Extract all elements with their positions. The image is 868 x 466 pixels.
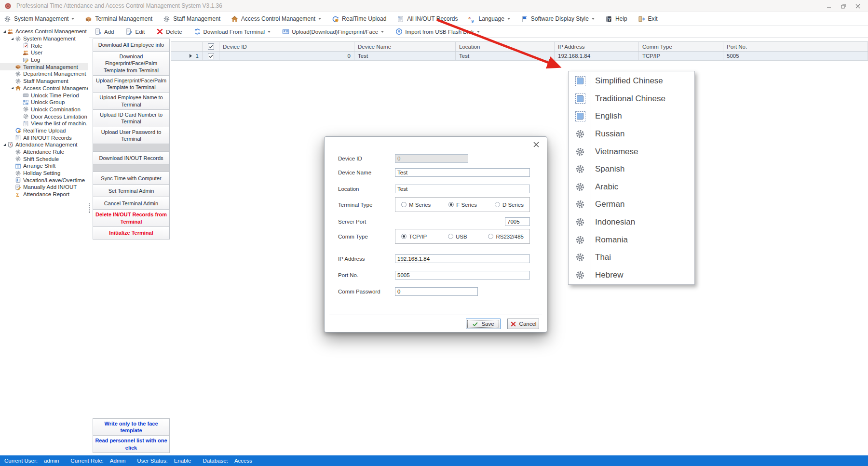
row-checkbox[interactable]: [208, 53, 214, 59]
tree-item-system-management[interactable]: System Management: [0, 35, 88, 42]
tree-item-manually-add-in-out[interactable]: Manually Add IN/OUT: [0, 184, 88, 191]
side-button-set-terminal-admin[interactable]: Set Terminal Admin: [93, 184, 170, 197]
splitter-handle[interactable]: [89, 203, 91, 213]
language-option-romania[interactable]: Romania: [569, 231, 694, 249]
toolbar-edit-button[interactable]: Edit: [125, 28, 145, 35]
column-header-indicator[interactable]: [171, 42, 203, 51]
menu-item-language[interactable]: agLanguage: [468, 15, 510, 23]
menu-item-software-display-style[interactable]: Software Display Style: [521, 15, 595, 23]
location-input[interactable]: [395, 185, 530, 193]
radio-f-series[interactable]: F Series: [448, 202, 477, 208]
tree-item-unlock-group[interactable]: Unlock Group: [0, 99, 88, 106]
language-option-arabic[interactable]: Arabic: [569, 178, 694, 196]
header-checkbox-cell[interactable]: [203, 42, 219, 51]
tree-item-role[interactable]: Role: [0, 42, 88, 49]
expand-arrow-icon[interactable]: [11, 87, 14, 89]
side-button-delete-in-out-records-from-terminal[interactable]: Delete IN/OUT Records from Terminal: [93, 209, 170, 227]
save-button[interactable]: Save: [466, 319, 501, 329]
side-button-sync-time-with-computer[interactable]: Sync Time with Computer: [93, 172, 170, 185]
close-button[interactable]: [851, 0, 865, 12]
side-button-download-fingerprint-face-palm-template-from-terminal[interactable]: Download Fingerprint/Face/Palm Template …: [93, 51, 170, 76]
select-all-checkbox[interactable]: [208, 43, 214, 50]
menu-item-realtime-upload[interactable]: RealTime Upload: [332, 15, 386, 23]
minimize-button[interactable]: [822, 0, 836, 12]
side-button-initialize-terminal[interactable]: Initialize Terminal: [93, 226, 170, 240]
language-option-spanish[interactable]: Spanish: [569, 160, 694, 178]
language-option-russian[interactable]: Russian: [569, 125, 694, 143]
menu-item-help[interactable]: ?Help: [605, 15, 627, 23]
toolbar-upload-download-fingerprint-face-button[interactable]: Upload(Download)Fingerprint/Face: [282, 28, 384, 35]
tree-item-unlock-combination[interactable]: Unlock Combination: [0, 106, 88, 113]
device-name-input[interactable]: [395, 168, 530, 177]
tree-item-terminal-management[interactable]: Terminal Management: [0, 63, 88, 70]
tree-item-realtime-upload[interactable]: RealTime Upload: [0, 127, 88, 134]
dialog-close-icon[interactable]: [532, 141, 540, 148]
row-checkbox-cell[interactable]: [203, 52, 219, 60]
language-option-vietnamese[interactable]: Vietnamese: [569, 143, 694, 160]
tree-item-view-the-list-of-machin[interactable]: View the list of machin...: [0, 120, 88, 127]
ip-address-input[interactable]: [395, 254, 530, 263]
tree-item-user[interactable]: User: [0, 49, 88, 56]
column-header-location[interactable]: Location: [456, 42, 555, 51]
side-button-write-only-to-the-face-template[interactable]: Write only to the face template: [93, 418, 170, 436]
tree-item-access-control-management[interactable]: Access Control Management: [0, 85, 88, 92]
side-button-upload-id-card-number-to-terminal[interactable]: Upload ID Card Number to Terminal: [93, 109, 170, 127]
language-option-indonesian[interactable]: Indonesian: [569, 213, 694, 231]
radio-usb[interactable]: USB: [448, 234, 467, 240]
column-header-device-id[interactable]: Device ID: [219, 42, 354, 51]
tree-item-unlock-time-period[interactable]: Unlock Time Period: [0, 92, 88, 99]
language-option-english[interactable]: English: [569, 107, 694, 125]
server-port-input[interactable]: [505, 217, 530, 226]
toolbar-download-from-terminal-button[interactable]: Download From Terminal: [194, 28, 271, 35]
cancel-button[interactable]: Cancel: [507, 319, 539, 329]
tree-item-shift-schedule[interactable]: Shift Schedule: [0, 155, 88, 162]
radio-d-series[interactable]: D Series: [495, 202, 524, 208]
expand-arrow-icon[interactable]: [3, 30, 6, 33]
column-header-port-no[interactable]: Port No.: [723, 42, 868, 51]
toolbar-import-from-usb-flash-disk-button[interactable]: Import from USB Flash Disk: [395, 28, 480, 35]
tree-item-attendance-management[interactable]: Attendance Management: [0, 141, 88, 148]
tree-item-access-control-management[interactable]: Access Control Management: [0, 28, 88, 35]
side-button-upload-user-password-to-terminal[interactable]: Upload User Password to Terminal: [93, 127, 170, 145]
expand-arrow-icon[interactable]: [3, 144, 6, 146]
tree-item-staff-management[interactable]: Staff Management: [0, 78, 88, 85]
menu-item-all-in-out-records[interactable]: All IN/OUT Records: [397, 15, 458, 23]
tree-item-holiday-setting[interactable]: Holiday Setting: [0, 170, 88, 177]
tree-item-department-management[interactable]: Department Management: [0, 70, 88, 78]
side-button-upload-employee-name-to-terminal[interactable]: Upload Employee Name to Terminal: [93, 92, 170, 110]
menu-item-terminal-management[interactable]: Terminal Management: [85, 15, 152, 23]
tree-item-log[interactable]: Log: [0, 56, 88, 64]
menu-item-access-control-management[interactable]: Access Control Management: [231, 15, 321, 23]
port-no-input[interactable]: [395, 271, 530, 280]
column-header-ip-address[interactable]: IP Address: [555, 42, 639, 51]
menu-item-system-management[interactable]: System Management: [4, 15, 74, 23]
tree-item-attendance-report[interactable]: ΣAttendance Report: [0, 191, 88, 198]
language-option-traditional-chinese[interactable]: Traditional Chinese: [569, 90, 694, 108]
toolbar-delete-button[interactable]: Delete: [156, 28, 182, 35]
expand-arrow-icon[interactable]: [11, 38, 14, 40]
side-button-download-in-out-records[interactable]: Download IN/OUT Records: [93, 151, 170, 164]
tree-item-vacation-leave-overtime[interactable]: Vacation/Leave/Overtime: [0, 176, 88, 184]
table-row[interactable]: 10TestTest192.168.1.84TCP/IP5005: [171, 52, 868, 61]
tree-item-door-access-limitation[interactable]: Door Access Limitation ...: [0, 113, 88, 120]
language-option-german[interactable]: German: [569, 196, 694, 213]
language-option-thai[interactable]: Thai: [569, 249, 694, 266]
language-option-hebrew[interactable]: Hebrew: [569, 266, 694, 284]
side-button-cancel-terminal-admin[interactable]: Cancel Terminal Admin: [93, 197, 170, 210]
side-button-upload-fingerprint-face-palm-template-to-terminal[interactable]: Upload Fingerprint/Face/Palm Template to…: [93, 75, 170, 93]
menu-item-staff-management[interactable]: Staff Management: [163, 15, 220, 23]
maximize-button[interactable]: [836, 0, 851, 12]
tree-item-attendance-rule[interactable]: Attendance Rule: [0, 148, 88, 156]
radio-rs232-485[interactable]: RS232/485: [488, 234, 524, 240]
menu-item-exit[interactable]: Exit: [638, 15, 658, 23]
column-header-comm-type[interactable]: Comm Type: [639, 42, 723, 51]
comm-password-input[interactable]: [395, 287, 478, 296]
language-option-simplified-chinese[interactable]: Simplified Chinese: [569, 72, 694, 90]
radio-m-series[interactable]: M Series: [401, 202, 431, 208]
tree-item-arrange-shift[interactable]: Arrange Shift: [0, 162, 88, 170]
tree-item-all-in-out-records[interactable]: All IN/OUT Records: [0, 134, 88, 141]
side-button-download-all-employee-info[interactable]: Download All Employee info: [93, 39, 170, 52]
toolbar-add-button[interactable]: Add: [95, 28, 114, 35]
radio-tcp-ip[interactable]: TCP/IP: [401, 234, 427, 240]
column-header-device-name[interactable]: Device Name: [354, 42, 456, 51]
